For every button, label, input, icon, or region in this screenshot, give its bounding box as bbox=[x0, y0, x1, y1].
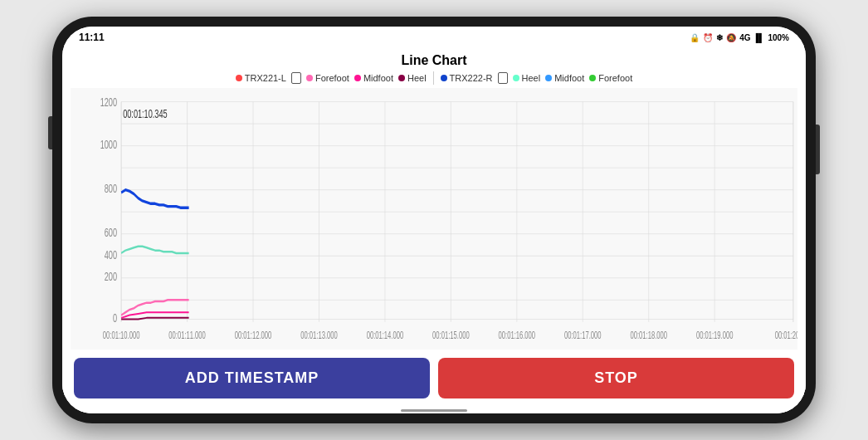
status-icons: 🔒 ⏰ ❄ 🔕 4G ▐▌ 100% bbox=[690, 33, 789, 42]
svg-text:00:01:14.000: 00:01:14.000 bbox=[367, 330, 404, 340]
svg-text:00:01:12.000: 00:01:12.000 bbox=[235, 330, 272, 340]
phone-screen: 11:11 🔒 ⏰ ❄ 🔕 4G ▐▌ 100% Line Chart TRX2… bbox=[62, 27, 806, 413]
svg-text:1200: 1200 bbox=[100, 95, 117, 109]
forefoot-left-dot bbox=[306, 75, 313, 81]
legend-forefoot-left: Forefoot bbox=[306, 73, 349, 83]
forefoot-right-dot bbox=[589, 75, 596, 81]
chart-legend: TRX221-L Forefoot Midfoot Heel bbox=[62, 71, 806, 88]
midfoot-right-label: Midfoot bbox=[554, 73, 584, 83]
home-bar bbox=[401, 409, 467, 412]
svg-text:0: 0 bbox=[113, 311, 117, 325]
legend-heel-right: Heel bbox=[513, 73, 541, 83]
svg-text:00:01:11.000: 00:01:11.000 bbox=[168, 330, 206, 340]
button-bar: ADD TIMESTAMP STOP bbox=[62, 351, 806, 407]
battery-label: 100% bbox=[768, 33, 789, 42]
sound-icon: 🔕 bbox=[726, 33, 736, 42]
heel-right-label: Heel bbox=[522, 73, 541, 83]
heel-left-dot bbox=[398, 75, 405, 81]
svg-text:200: 200 bbox=[105, 270, 117, 284]
legend-left-group: TRX221-L Forefoot Midfoot Heel bbox=[236, 72, 427, 84]
right-device-dot bbox=[441, 75, 447, 81]
chart-area: 1200 1000 800 600 400 200 0 bbox=[62, 88, 806, 351]
svg-text:00:01:19.000: 00:01:19.000 bbox=[696, 330, 734, 340]
legend-midfoot-right: Midfoot bbox=[545, 73, 584, 83]
alarm-icon: ⏰ bbox=[703, 33, 713, 42]
svg-text:00:01:18.000: 00:01:18.000 bbox=[630, 330, 667, 340]
legend-forefoot-right: Forefoot bbox=[589, 73, 632, 83]
heel-left-label: Heel bbox=[407, 73, 427, 83]
svg-rect-0 bbox=[71, 88, 797, 350]
svg-text:00:01:20.000: 00:01:20.000 bbox=[775, 330, 797, 340]
svg-text:00:01:17.000: 00:01:17.000 bbox=[564, 330, 602, 340]
svg-text:00:01:13.000: 00:01:13.000 bbox=[300, 330, 338, 340]
svg-text:1000: 1000 bbox=[100, 138, 117, 152]
legend-left-device: TRX221-L bbox=[236, 73, 286, 83]
legend-right-device: TRX222-R bbox=[441, 73, 493, 83]
heel-right-dot bbox=[513, 75, 519, 81]
forefoot-right-label: Forefoot bbox=[598, 73, 632, 83]
bluetooth-icon: ❄ bbox=[716, 33, 723, 42]
lock-icon: 🔒 bbox=[690, 33, 700, 42]
forefoot-left-label: Forefoot bbox=[315, 73, 349, 83]
home-indicator bbox=[62, 407, 806, 413]
svg-text:00:01:10.345: 00:01:10.345 bbox=[123, 107, 168, 121]
legend-heel-left: Heel bbox=[398, 73, 427, 83]
left-device-label: TRX221-L bbox=[245, 73, 286, 83]
midfoot-right-dot bbox=[545, 75, 552, 81]
phone-frame: 11:11 🔒 ⏰ ❄ 🔕 4G ▐▌ 100% Line Chart TRX2… bbox=[52, 17, 816, 423]
svg-text:00:01:15.000: 00:01:15.000 bbox=[432, 330, 470, 340]
chart-title: Line Chart bbox=[62, 46, 806, 71]
app-content: Line Chart TRX221-L Forefoot Midfoo bbox=[62, 46, 806, 413]
svg-text:00:01:10.000: 00:01:10.000 bbox=[103, 330, 140, 340]
left-battery-icon bbox=[291, 72, 301, 84]
svg-text:00:01:16.000: 00:01:16.000 bbox=[499, 330, 536, 340]
midfoot-left-label: Midfoot bbox=[363, 73, 393, 83]
svg-text:800: 800 bbox=[105, 182, 117, 196]
legend-separator bbox=[433, 71, 434, 85]
status-bar: 11:11 🔒 ⏰ ❄ 🔕 4G ▐▌ 100% bbox=[62, 27, 806, 46]
svg-text:400: 400 bbox=[105, 247, 117, 262]
left-device-dot bbox=[236, 75, 242, 81]
midfoot-left-dot bbox=[354, 75, 361, 81]
svg-text:600: 600 bbox=[105, 226, 117, 240]
signal-icon: 4G ▐▌ bbox=[739, 33, 764, 42]
stop-button[interactable]: STOP bbox=[438, 358, 794, 398]
status-time: 11:11 bbox=[79, 32, 105, 43]
right-device-label: TRX222-R bbox=[450, 73, 493, 83]
line-chart-svg: 1200 1000 800 600 400 200 0 bbox=[71, 88, 797, 350]
legend-right-group: TRX222-R Heel Midfoot Forefoot bbox=[441, 72, 633, 84]
legend-midfoot-left: Midfoot bbox=[354, 73, 393, 83]
add-timestamp-button[interactable]: ADD TIMESTAMP bbox=[74, 358, 430, 398]
right-battery-icon bbox=[498, 72, 508, 84]
